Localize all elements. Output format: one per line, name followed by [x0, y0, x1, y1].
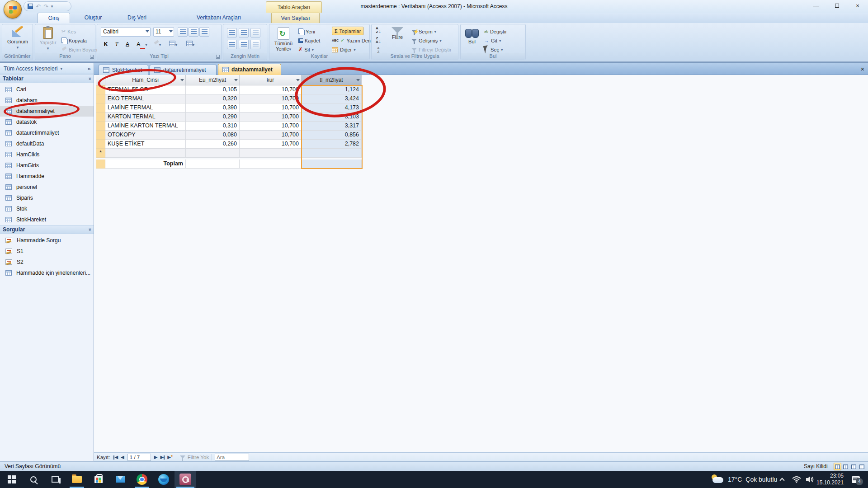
wifi-button[interactable] [792, 471, 801, 488]
cell[interactable] [240, 160, 302, 169]
start-button[interactable] [1, 471, 23, 488]
cell[interactable]: 3,424 [302, 94, 362, 103]
column-header-kur[interactable]: kur [240, 75, 302, 85]
cell[interactable]: 10,700 [240, 131, 302, 140]
cell[interactable] [186, 160, 240, 169]
alt-fill-button[interactable]: ▾ [183, 39, 198, 49]
record-selector[interactable] [96, 103, 105, 113]
pivotchart-view-button[interactable] [850, 463, 858, 470]
nav-item-datastok[interactable]: datastok [0, 117, 94, 127]
cell[interactable]: LAMİNE TERMAL [105, 103, 186, 113]
filter-button[interactable]: Filtre [387, 26, 408, 40]
record-selector[interactable] [96, 113, 105, 122]
new-record-selector[interactable]: * [96, 149, 105, 158]
cell[interactable]: KARTON TERMAL [105, 113, 186, 122]
paste-button[interactable]: Yapıştır ▾ [37, 26, 59, 51]
pivottable-view-button[interactable] [842, 463, 849, 470]
qat-customize-caret[interactable]: ▾ [51, 4, 53, 9]
cell[interactable] [302, 149, 362, 158]
weather-widget[interactable]: 17°C Çok bulutlu [711, 471, 777, 488]
dialog-launcher-icon[interactable] [216, 55, 220, 59]
cell[interactable] [240, 149, 302, 158]
record-selector[interactable] [96, 85, 105, 94]
column-header-tl-m2fiyat[interactable]: tl_m2fiyat [302, 75, 362, 85]
datasheet-view-button[interactable] [834, 463, 841, 470]
cell[interactable]: TERMAL 55 GR [105, 85, 186, 94]
nav-item-hammadde[interactable]: Hammadde [0, 171, 94, 182]
nav-item-s1[interactable]: S1 [0, 246, 94, 257]
replace-button[interactable]: ab Değiştir [484, 27, 507, 36]
more-button[interactable]: Diğer ▾ [332, 45, 356, 54]
notification-center-button[interactable]: 4 [852, 471, 860, 488]
collapse-section-icon[interactable]: « [87, 228, 92, 231]
cell[interactable]: 3,317 [302, 122, 362, 131]
maximize-button[interactable] [826, 0, 847, 13]
clock[interactable]: 23:05 15.10.2021 [816, 471, 844, 488]
save-record-button[interactable]: Kaydet [298, 36, 320, 45]
select-button[interactable]: Seç ▾ [484, 45, 503, 54]
close-button[interactable]: × [847, 0, 868, 13]
microsoft-store-button[interactable] [88, 471, 109, 488]
nav-item-defaultdata[interactable]: defaultData [0, 138, 94, 149]
taskbar-search-button[interactable] [23, 471, 44, 488]
nav-item-stok[interactable]: Stok [0, 203, 94, 214]
dialog-launcher-icon[interactable] [90, 55, 94, 59]
nav-item-hamgiris[interactable]: HamGiris [0, 160, 94, 171]
column-dropdown-icon[interactable] [356, 79, 360, 81]
advanced-filter-button[interactable]: Gelişmiş ▾ [411, 36, 442, 45]
delete-record-button[interactable]: ✗ Sil ▾ [298, 45, 314, 54]
nav-item-hammadde-sorgu[interactable]: Hammadde Sorgu [0, 235, 94, 246]
task-view-button[interactable] [44, 471, 66, 488]
cell[interactable]: 0,320 [186, 94, 240, 103]
nav-pane-dropdown-icon[interactable]: ▾ [60, 66, 62, 71]
underline-button[interactable]: A [123, 39, 132, 49]
search-input[interactable] [215, 454, 249, 461]
cell[interactable]: 4,173 [302, 103, 362, 113]
nav-item-s2[interactable]: S2 [0, 257, 94, 267]
cut-button[interactable]: ✂ Kes [61, 27, 76, 36]
sort-ascending-button[interactable]: AZ↓ [373, 26, 383, 36]
cell[interactable] [105, 149, 186, 158]
record-selector[interactable] [96, 140, 105, 149]
cell[interactable]: EKO TERMAL [105, 94, 186, 103]
selection-filter-button[interactable]: ⚡ Seçim ▾ [411, 27, 436, 36]
doctab-datauretimmaliyet[interactable]: datauretimmaliyet [150, 65, 217, 75]
volume-button[interactable] [806, 471, 815, 488]
cell[interactable]: 10,700 [240, 113, 302, 122]
record-position-box[interactable]: 1 / 7 [127, 454, 151, 461]
doctab-stokhareket[interactable]: StokHareket [99, 65, 148, 75]
next-record-button[interactable]: ▶ [154, 455, 158, 460]
edge-button[interactable] [153, 471, 175, 488]
cell[interactable]: 0,310 [186, 122, 240, 131]
new-blank-record-button[interactable]: ▶* [167, 455, 173, 460]
italic-button[interactable]: T [112, 39, 122, 49]
nav-item-stokhareket[interactable]: StokHareket [0, 214, 94, 225]
column-header-ham-cinsi[interactable]: Ham_Cinsi [105, 75, 186, 85]
font-name-combo[interactable]: Calibri [101, 27, 151, 37]
tab-giris[interactable]: Giriş [38, 13, 70, 23]
cell[interactable]: 0,260 [186, 140, 240, 149]
undo-button[interactable]: ↶ [36, 3, 41, 10]
numbered-list-button[interactable] [239, 40, 249, 49]
view-button[interactable]: Görünüm ▾ [5, 26, 31, 50]
first-record-button[interactable]: ◀ [113, 455, 118, 460]
cell[interactable]: 0,080 [186, 131, 240, 140]
tray-overflow-button[interactable] [780, 471, 784, 488]
access-taskbar-button[interactable] [175, 471, 196, 488]
cell[interactable]: LAMİNE KARTON TERMAL [105, 122, 186, 131]
cell[interactable]: 0,856 [302, 131, 362, 140]
tab-veri-sayfasi[interactable]: Veri Sayfası [271, 13, 320, 23]
save-icon[interactable] [28, 4, 33, 9]
align-center-button[interactable] [189, 27, 198, 37]
cell[interactable]: 10,700 [240, 85, 302, 94]
sort-descending-button[interactable]: ZA↓ [373, 36, 383, 46]
cell[interactable]: 3,103 [302, 113, 362, 122]
chrome-button[interactable] [131, 471, 153, 488]
totals-label-cell[interactable]: Toplam [105, 160, 186, 169]
totals-button[interactable]: Σ Toplamlar [332, 27, 363, 35]
cell[interactable]: 10,700 [240, 122, 302, 131]
cell[interactable]: KUŞE ETİKET [105, 140, 186, 149]
decrease-indent-button[interactable] [227, 28, 237, 38]
increase-indent-button[interactable] [239, 28, 249, 38]
nav-item-cari[interactable]: Cari [0, 84, 94, 95]
